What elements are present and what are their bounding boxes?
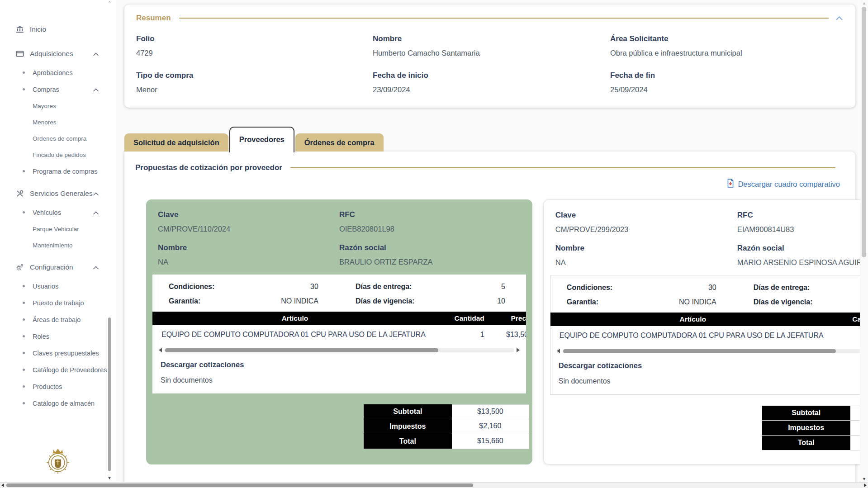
municipal-crest-logo <box>41 443 75 479</box>
sidebar-item-label: Puesto de trabajo <box>33 299 84 307</box>
summary-field-tipo-de-compra: Tipo de compra Menor <box>136 71 373 94</box>
sin-documentos-text: Sin documentos <box>550 377 860 385</box>
provider-razon-field: Razón social BRAULIO ORTIZ ESPARZA <box>339 243 521 266</box>
impuestos-value: $1,488 <box>850 421 860 436</box>
field-label: Nombre <box>373 34 610 43</box>
sidebar-item-catalogo-de-proveedores[interactable]: Catálogo de Proveedores <box>0 361 116 378</box>
sidebar-item-mantenimiento[interactable]: Mantenimiento <box>0 237 116 253</box>
app-window: ⌃ ▼ Inicio Adquisiciones Ap <box>0 0 868 488</box>
provider-clave: CM/PROVE/110/2024 <box>158 225 339 233</box>
sidebar-item-parque-vehicular[interactable]: Parque Vehicular <box>0 221 116 237</box>
scroll-left-icon[interactable] <box>159 348 162 352</box>
sidebar-item-roles[interactable]: Roles <box>0 328 116 345</box>
field-label: Condiciones: <box>169 283 214 291</box>
scroll-down-icon[interactable]: ▼ <box>860 477 868 481</box>
table-scrollbar-track[interactable] <box>164 348 514 352</box>
scroll-up-icon[interactable]: ▲ <box>860 1 868 5</box>
subtotal-value: $9,300 <box>850 406 860 421</box>
sidebar-item-ordenes-de-compra[interactable]: Ordenes de compra <box>0 130 116 147</box>
tab-ordenes-de-compra[interactable]: Órdenes de compra <box>295 133 384 152</box>
sidebar-item-fincado-de-pedidos[interactable]: Fincado de pedidos <box>0 147 116 163</box>
sidebar-item-aprobaciones[interactable]: Aprobaciones <box>0 64 116 81</box>
tab-solicitud-de-adquisicion[interactable]: Solicitud de adquisición <box>124 133 228 152</box>
summary-title: Resumen <box>136 14 171 23</box>
sidebar-item-productos[interactable]: Productos <box>0 378 116 395</box>
sidebar-item-servicios-generales[interactable]: Servicios Generales <box>0 183 116 204</box>
sidebar-item-label: Servicios Generales <box>30 190 93 198</box>
sidebar-item-catalogo-de-almacen[interactable]: Catálogo de almacén <box>0 395 116 412</box>
field-value: 4729 <box>136 49 373 57</box>
condiciones-row: Condiciones: 30 <box>550 284 737 292</box>
horizontal-scrollbar-thumb[interactable] <box>6 483 473 487</box>
table-scrollbar-track[interactable] <box>562 349 860 353</box>
impuestos-label: Impuestos <box>364 419 452 434</box>
sidebar: ⌃ ▼ Inicio Adquisiciones Ap <box>0 0 116 482</box>
total-label: Total <box>364 434 452 449</box>
field-value: 25/09/2024 <box>610 85 844 94</box>
column-header-articulo: Artículo <box>550 315 835 323</box>
sidebar-item-mayores[interactable]: Mayores <box>0 98 116 114</box>
table-scrollbar[interactable] <box>159 347 520 353</box>
sidebar-item-inicio[interactable]: Inicio <box>0 19 116 40</box>
sidebar-nav: Inicio Adquisiciones Aprobaciones Compra… <box>0 15 116 412</box>
item-precio: $13,500 <box>487 331 526 339</box>
sidebar-scroll-down-icon[interactable]: ▼ <box>107 476 112 480</box>
page-vertical-scrollbar[interactable]: ▲ ▼ <box>860 0 868 482</box>
subtotal-label: Subtotal <box>762 406 850 421</box>
tab-bar: Solicitud de adquisición Proveedores Órd… <box>124 126 855 152</box>
collapse-summary-button[interactable] <box>835 14 844 23</box>
subtotal-value: $13,500 <box>452 404 529 419</box>
divider-line <box>290 167 835 168</box>
table-scrollbar-thumb[interactable] <box>165 348 438 352</box>
provider-razon-social: BRAULIO ORTIZ ESPARZA <box>339 258 521 266</box>
provider-rfc-field: RFC OIEB820801L98 <box>339 210 521 233</box>
scroll-right-icon[interactable] <box>864 483 867 487</box>
sidebar-item-label: Roles <box>33 333 49 340</box>
field-value: 23/09/2024 <box>373 85 610 94</box>
page-horizontal-scrollbar[interactable] <box>0 482 868 488</box>
sidebar-item-compras[interactable]: Compras <box>0 81 116 98</box>
proposals-panel: Propuestas de cotización por proveedor D… <box>124 152 855 482</box>
dias-vigencia-row: Días de vigencia: 10 <box>339 297 526 305</box>
sidebar-scroll-up-icon[interactable]: ⌃ <box>107 1 112 5</box>
sidebar-item-configuracion[interactable]: Configuración <box>0 257 116 278</box>
table-scrollbar[interactable] <box>557 348 860 354</box>
field-label: Fecha de fin <box>610 71 844 80</box>
sidebar-item-puesto-de-trabajo[interactable]: Puesto de trabajo <box>0 294 116 311</box>
item-articulo: EQUIPO DE COMPUTO COMPUTADORA 01 CPU PAR… <box>152 331 437 339</box>
chevron-up-icon <box>93 263 99 271</box>
quote-panel: Condiciones: 30 Días de entrega: 5 Garan… <box>550 275 860 395</box>
sidebar-item-vehiculos[interactable]: Vehículos <box>0 204 116 221</box>
scroll-left-icon[interactable] <box>557 349 560 353</box>
sidebar-scrollbar-thumb[interactable] <box>108 317 111 471</box>
sidebar-item-label: Áreas de trabajo <box>33 316 81 323</box>
sidebar-scrollbar[interactable]: ⌃ ▼ <box>107 1 112 480</box>
field-label: Fecha de inicio <box>373 71 610 80</box>
provider-nombre: NA <box>555 258 737 267</box>
table-scrollbar-thumb[interactable] <box>563 349 836 353</box>
tab-proveedores[interactable]: Proveedores <box>229 127 294 152</box>
pdf-download-icon <box>726 179 735 190</box>
sidebar-item-claves-presupuestales[interactable]: Claves presupuestales <box>0 345 116 361</box>
summary-field-area-solicitante: Área Solicitante Obra pública e infraest… <box>610 34 844 57</box>
summary-card: Resumen Folio 4729 Nombre Humberto Camac… <box>124 5 855 108</box>
scroll-left-icon[interactable] <box>1 483 4 487</box>
quote-panel: Condiciones: 30 Días de entrega: 5 Garan… <box>152 275 526 393</box>
sidebar-item-programa-de-compras[interactable]: Programa de compras <box>0 163 116 180</box>
items-table-header: Artículo Cantidad Precio <box>550 313 860 326</box>
field-value: Humberto Camacho Santamaria <box>373 49 610 57</box>
sidebar-item-adquisiciones[interactable]: Adquisiciones <box>0 43 116 64</box>
download-comparison-link[interactable]: Descargar cuadro comparativo <box>726 179 840 190</box>
sidebar-item-areas-de-trabajo[interactable]: Áreas de trabajo <box>0 311 116 328</box>
items-table-header: Artículo Cantidad Precio <box>152 312 526 325</box>
field-label: Nombre <box>158 243 339 252</box>
sidebar-item-menores[interactable]: Menores <box>0 114 116 130</box>
vertical-scrollbar-thumb[interactable] <box>862 7 866 257</box>
column-header-articulo: Artículo <box>152 314 437 322</box>
garantia-value: NO INDICA <box>679 298 716 306</box>
impuestos-label: Impuestos <box>762 421 850 436</box>
field-label: Garantía: <box>169 297 200 305</box>
dias-vigencia-value: 10 <box>497 297 505 305</box>
scroll-right-icon[interactable] <box>517 348 520 352</box>
sidebar-item-usuarios[interactable]: Usuarios <box>0 278 116 294</box>
